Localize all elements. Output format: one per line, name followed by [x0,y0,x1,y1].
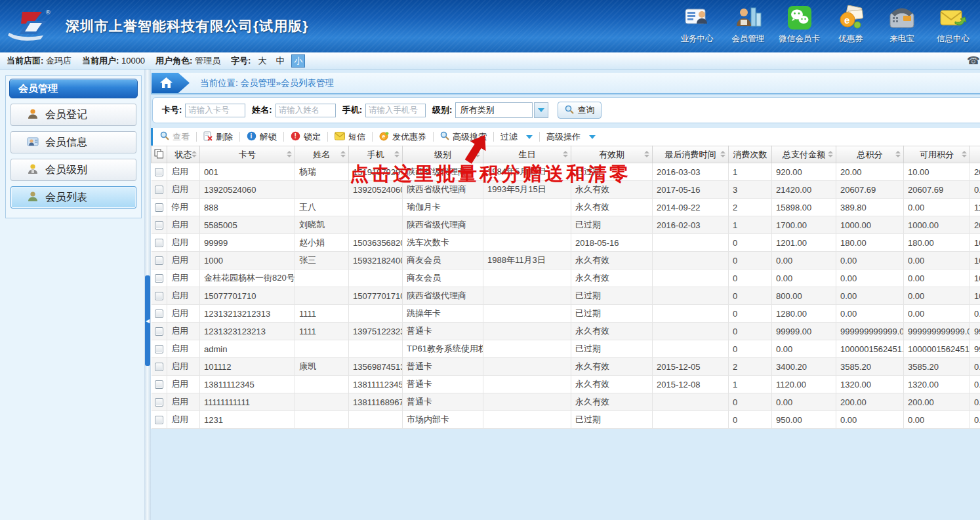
cell-total_points: 0.00 [836,305,904,323]
table-row[interactable]: 启用1231323123213111113975122323普通卡永久有效099… [152,323,980,340]
column-header-extra[interactable] [970,146,980,163]
cell-phone [349,305,403,323]
row-checkbox[interactable] [155,380,163,389]
sidebar-splitter[interactable]: ◀ [144,70,151,520]
fontsize-button-小[interactable]: 小 [291,54,305,68]
sidebar-item-会员级别[interactable]: 会员级别 [10,159,136,181]
table-row[interactable]: 启用金桂花园杨林一街820号商友会员永久有效00.000.000.0010 [152,270,980,287]
table-row[interactable]: 启用101112康凯13569874513普通卡永久有效2015-12-0523… [152,358,980,376]
row-checkbox[interactable] [155,186,163,194]
level-select[interactable]: 所有类别 [455,102,533,118]
table-row[interactable]: 启用1111111111113811168967普通卡永久有效00.00200.… [152,393,980,411]
banner-nav-会员管理[interactable]: 会员管理 [728,4,769,45]
banner-nav-信息中心[interactable]: 信息中心 [933,4,973,45]
row-checkbox[interactable] [155,310,163,318]
column-header-phone[interactable]: 手机 [349,146,403,163]
cell-birthday [483,376,571,393]
sidebar-collapse-handle[interactable]: ◀ [145,275,150,366]
sort-icon [828,151,833,157]
cell-count: 0 [729,234,772,252]
row-checkbox[interactable] [155,256,163,265]
toolbar-button-解锁[interactable]: i解锁 [243,131,281,143]
card-input[interactable] [185,104,245,117]
table-row[interactable]: 启用1000张三15932182400商友会员1988年11月3日永久有效00.… [152,252,980,270]
row-checkbox[interactable] [155,327,163,336]
toolbar-button-短信[interactable]: 短信 [331,131,369,143]
table-row[interactable]: 停用888王八瑜伽月卡永久有效2014-09-22215898.00389.80… [152,199,980,216]
row-checkbox[interactable] [155,221,163,230]
toolbar-button-label: 发优惠券 [392,131,426,143]
table-row[interactable]: 启用adminTP61教务系统使用权已过期00.001000001562451.… [152,340,980,358]
row-checkbox[interactable] [155,398,163,407]
toolbar-button-过滤[interactable]: 过滤 [497,131,537,143]
toolbar-button-发优惠券[interactable]: e发优惠券 [375,131,430,143]
row-checkbox[interactable] [155,168,163,176]
column-header-label: 状态 [175,150,192,159]
column-header-card[interactable]: 卡号 [200,146,295,163]
cell-total_points: 0.00 [836,411,904,429]
row-checkbox[interactable] [155,274,163,283]
table-row[interactable]: 启用1381111234513811112345普通卡永久有效2015-12-0… [152,376,980,393]
sidebar-group-member-management[interactable]: 会员管理 [9,79,138,98]
toolbar-button-删除[interactable]: 删除 [199,131,237,143]
column-header-validity[interactable]: 有效期 [571,146,653,163]
table-row[interactable]: 启用123132132123131111跳操年卡已过期01280.000.000… [152,305,980,323]
banner-nav-优惠券[interactable]: e优惠券 [830,4,871,45]
fontsize-button-中[interactable]: 中 [274,55,286,67]
column-header-total_pay[interactable]: 总支付金额 [772,146,836,163]
banner-nav-微信会员卡[interactable]: 微信会员卡 [779,4,821,45]
telephone-icon[interactable]: ☎ [967,54,980,67]
fontsize-button-大[interactable]: 大 [256,55,268,67]
query-button[interactable]: 查询 [558,102,602,119]
toolbar-button-高级操作[interactable]: 高级操作 [542,131,600,143]
column-header-name[interactable]: 姓名 [295,146,349,163]
table-row[interactable]: 启用5585005刘晓凯陕西省级代理商已过期2016-02-0311700.00… [152,216,980,234]
name-input[interactable] [276,104,336,117]
column-header-label: 可用积分 [920,150,954,159]
column-header-last_time[interactable]: 最后消费时间 [653,146,729,163]
sidebar-item-label: 会员级别 [45,163,87,177]
cell-birthday [483,234,571,252]
toolbar-button-查看[interactable]: 查看 [156,131,194,143]
sidebar-item-会员列表[interactable]: 会员列表 [10,186,136,209]
sort-icon [192,151,197,157]
level-select-arrow-icon[interactable] [534,102,548,118]
table-row[interactable]: 启用99999赵小娟15036356820洗车次数卡2018-05-160120… [152,234,980,252]
cell-last_time [653,340,729,358]
row-checkbox[interactable] [155,363,163,371]
cell-card: 13811112345 [200,376,295,393]
cell-extra: 10 [970,287,980,305]
idcard-icon [677,4,718,31]
toolbar-button-锁定[interactable]: !锁定 [287,131,325,143]
cell-phone [349,340,403,358]
cell-level: 陕西省级代理商 [403,216,483,234]
row-checkbox[interactable] [155,345,163,353]
row-checkbox[interactable] [155,239,163,247]
cell-total_pay: 800.00 [772,287,836,305]
column-header-status[interactable]: 状态 [167,146,200,163]
column-header-total_points[interactable]: 总积分 [836,146,904,163]
banner-nav-业务中心[interactable]: 业务中心 [677,4,718,45]
cell-name [295,270,349,287]
cell-level: 洗车次数卡 [403,234,483,252]
home-icon[interactable] [152,73,190,93]
row-checkbox[interactable] [155,203,163,212]
banner-nav-来电宝[interactable]: 来电宝 [882,4,922,45]
column-header-birthday[interactable]: 生日 [483,146,571,163]
sidebar-item-会员登记[interactable]: 会员登记 [10,104,136,126]
cell-card: 1231 [200,411,295,429]
select-all-header[interactable] [152,146,167,163]
toolbar-separator [283,132,284,142]
cell-status: 启用 [167,376,200,393]
cell-extra: 0. [970,305,980,323]
sidebar-item-会员信息[interactable]: 会员信息 [10,131,136,153]
row-checkbox[interactable] [155,292,163,300]
column-header-count[interactable]: 消费次数 [729,146,772,163]
table-row[interactable]: 启用1231市场内部卡已过期0950.000.000.000. [152,411,980,429]
column-header-avail_points[interactable]: 可用积分 [904,146,970,163]
cell-count: 1 [729,216,772,234]
phone-input[interactable] [365,104,426,117]
row-checkbox[interactable] [155,416,163,424]
table-row[interactable]: 启用1507770171015077701710陕西省级代理商已过期0800.0… [152,287,980,305]
sidebar-menu-panel: 会员管理 会员登记会员信息会员级别会员列表 [5,75,142,218]
